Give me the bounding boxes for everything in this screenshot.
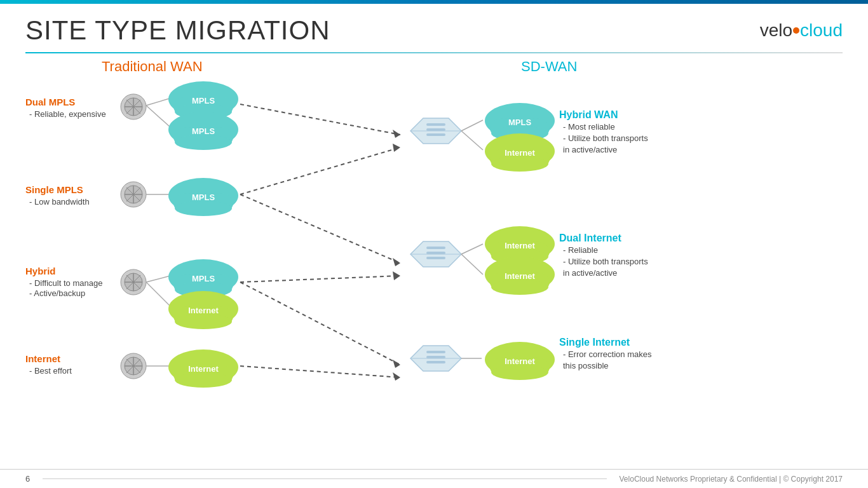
svg-line-43 — [146, 276, 170, 282]
svg-text:in active/active: in active/active — [563, 268, 617, 278]
svg-text:- Best effort: - Best effort — [29, 366, 72, 376]
logo-cloud: cloud — [800, 20, 843, 41]
svg-point-32 — [175, 201, 232, 216]
svg-marker-76 — [393, 271, 400, 280]
svg-text:- Utilize both transports: - Utilize both transports — [563, 257, 648, 266]
svg-line-86 — [461, 120, 483, 131]
footer-copyright: VeloCloud Networks Proprietary & Confide… — [620, 475, 843, 484]
svg-line-8 — [146, 98, 172, 105]
svg-rect-125 — [426, 351, 445, 353]
svg-text:Single Internet: Single Internet — [559, 337, 630, 348]
svg-text:- Error correction makes: - Error correction makes — [563, 349, 652, 359]
svg-text:Internet: Internet — [25, 353, 60, 364]
logo-dot — [793, 27, 799, 34]
svg-point-53 — [175, 314, 232, 329]
router-dual-mpls — [121, 94, 146, 119]
svg-point-117 — [491, 280, 548, 295]
svg-text:- Active/backup: - Active/backup — [29, 288, 85, 298]
svg-text:Single MPLS: Single MPLS — [25, 184, 83, 195]
svg-marker-72 — [393, 144, 400, 152]
svg-point-96 — [491, 156, 548, 172]
svg-marker-78 — [393, 360, 400, 368]
svg-text:Dual Internet: Dual Internet — [559, 233, 621, 243]
svg-line-71 — [240, 147, 400, 194]
svg-point-67 — [175, 372, 232, 388]
svg-rect-106 — [426, 257, 445, 259]
svg-text:- Reliable: - Reliable — [563, 245, 598, 255]
svg-line-87 — [461, 131, 483, 150]
svg-text:Internet: Internet — [188, 306, 219, 315]
svg-rect-84 — [426, 128, 445, 131]
svg-text:MPLS: MPLS — [192, 274, 215, 283]
svg-line-44 — [146, 282, 170, 306]
svg-rect-105 — [426, 252, 445, 254]
svg-line-69 — [240, 104, 400, 135]
slide-number: 6 — [25, 474, 30, 484]
svg-text:- Most reliable: - Most reliable — [563, 122, 615, 132]
svg-line-73 — [240, 194, 400, 263]
svg-text:- Difficult to manage: - Difficult to manage — [29, 278, 102, 288]
page-title: SITE TYPE MIGRATION — [25, 15, 330, 46]
svg-text:Internet: Internet — [505, 356, 535, 366]
svg-rect-83 — [426, 123, 445, 126]
svg-text:- Utilize both transports: - Utilize both transports — [563, 133, 648, 143]
svg-text:in active/active: in active/active — [563, 145, 617, 154]
svg-line-75 — [240, 276, 400, 282]
svg-rect-127 — [426, 361, 445, 363]
svg-line-9 — [146, 105, 172, 128]
svg-text:MPLS: MPLS — [508, 118, 531, 127]
svg-text:Internet: Internet — [505, 148, 535, 158]
svg-text:Hybrid: Hybrid — [25, 266, 56, 276]
logo-velo: velo — [760, 20, 792, 41]
svg-text:- Low bandwidth: - Low bandwidth — [29, 197, 90, 207]
svg-text:Internet: Internet — [188, 364, 219, 374]
svg-text:MPLS: MPLS — [192, 193, 215, 202]
footer: 6 VeloCloud Networks Proprietary & Confi… — [0, 469, 868, 488]
svg-point-18 — [175, 135, 232, 150]
svg-point-132 — [491, 365, 548, 380]
svg-rect-126 — [426, 356, 445, 358]
diagram-svg: Dual MPLS - Reliable, expensive MPLS — [25, 53, 843, 460]
svg-text:Dual MPLS: Dual MPLS — [25, 97, 75, 107]
svg-text:MPLS: MPLS — [192, 126, 215, 136]
logo: velocloud — [760, 20, 843, 41]
svg-rect-104 — [426, 247, 445, 249]
header: SITE TYPE MIGRATION velocloud — [0, 4, 868, 52]
svg-text:Internet: Internet — [505, 241, 535, 250]
svg-marker-74 — [393, 258, 400, 266]
svg-line-77 — [240, 282, 400, 365]
svg-line-108 — [461, 254, 483, 274]
svg-text:- Reliable, expensive: - Reliable, expensive — [29, 109, 106, 119]
svg-text:this possible: this possible — [563, 361, 609, 370]
svg-line-79 — [240, 366, 400, 377]
svg-rect-85 — [426, 133, 445, 136]
svg-text:MPLS: MPLS — [192, 96, 215, 105]
svg-text:Hybrid WAN: Hybrid WAN — [559, 109, 618, 120]
svg-line-107 — [461, 244, 483, 254]
svg-text:Internet: Internet — [505, 271, 535, 281]
